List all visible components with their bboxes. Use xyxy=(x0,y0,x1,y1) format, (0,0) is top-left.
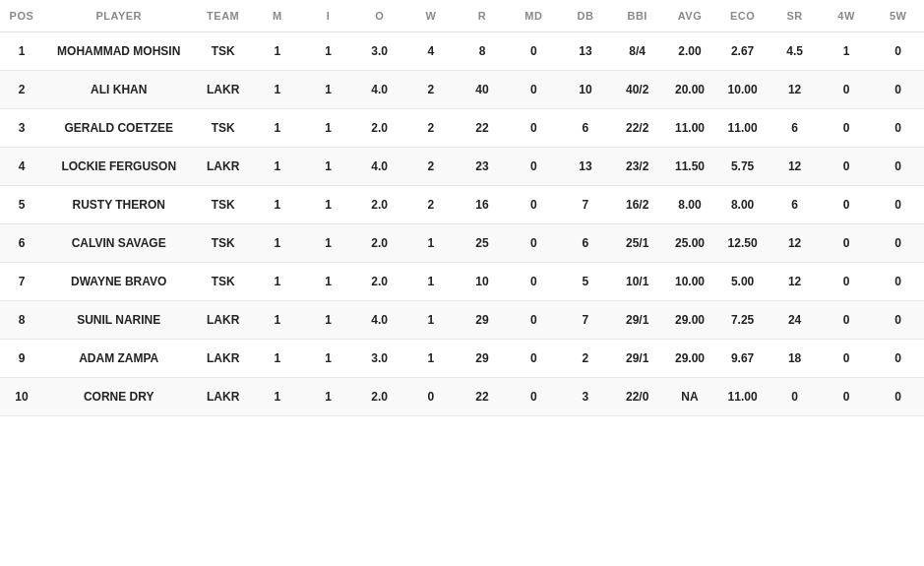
table-row: 7DWAYNE BRAVOTSK112.01100510/110.005.001… xyxy=(0,263,924,301)
table-cell: 0 xyxy=(872,263,924,301)
table-cell: 0 xyxy=(508,32,560,71)
header-r: R xyxy=(457,0,508,32)
table-cell: LAKR xyxy=(194,301,251,340)
table-cell: 23/2 xyxy=(611,148,663,186)
table-cell: 8/4 xyxy=(611,32,663,71)
table-cell: 16/2 xyxy=(611,186,663,224)
table-cell: RUSTY THERON xyxy=(43,186,195,224)
table-row: 5RUSTY THERONTSK112.02160716/28.008.0060… xyxy=(0,186,924,224)
table-cell: 0 xyxy=(821,224,873,263)
table-row: 6CALVIN SAVAGETSK112.01250625/125.0012.5… xyxy=(0,224,924,263)
table-cell: 2.0 xyxy=(353,186,404,224)
table-cell: TSK xyxy=(194,32,251,71)
table-cell: 12 xyxy=(769,148,820,186)
table-cell: LOCKIE FERGUSON xyxy=(43,148,195,186)
table-cell: 20.00 xyxy=(663,71,716,109)
table-cell: 0 xyxy=(872,186,924,224)
table-cell: 1 xyxy=(252,186,303,224)
table-row: 3GERALD COETZEETSK112.02220622/211.0011.… xyxy=(0,109,924,148)
table-cell: 3.0 xyxy=(353,340,404,378)
table-cell: 0 xyxy=(821,378,873,416)
table-cell: 0 xyxy=(821,186,873,224)
table-cell: 7 xyxy=(560,301,611,340)
table-cell: CORNE DRY xyxy=(43,378,195,416)
table-cell: 2 xyxy=(405,71,457,109)
bowling-stats-table: POS PLAYER TEAM M I O W R MD DB BBI AVG … xyxy=(0,0,924,416)
table-cell: 6 xyxy=(769,109,820,148)
table-cell: 0 xyxy=(872,71,924,109)
table-cell: 1 xyxy=(303,340,354,378)
table-cell: 0 xyxy=(405,378,457,416)
table-cell: 5 xyxy=(560,263,611,301)
table-cell: CALVIN SAVAGE xyxy=(43,224,195,263)
table-cell: 0 xyxy=(872,148,924,186)
table-cell: 6 xyxy=(0,224,43,263)
table-cell: 0 xyxy=(508,340,560,378)
table-cell: 12 xyxy=(769,224,820,263)
table-row: 9ADAM ZAMPALAKR113.01290229/129.009.6718… xyxy=(0,340,924,378)
table-cell: 1 xyxy=(252,301,303,340)
table-cell: 2 xyxy=(560,340,611,378)
table-cell: 1 xyxy=(303,32,354,71)
table-cell: 0 xyxy=(872,109,924,148)
header-w: W xyxy=(405,0,457,32)
table-cell: 11.50 xyxy=(663,148,716,186)
table-cell: 0 xyxy=(508,71,560,109)
table-cell: 22/2 xyxy=(611,109,663,148)
header-db: DB xyxy=(560,0,611,32)
table-cell: 2 xyxy=(405,186,457,224)
table-cell: 29/1 xyxy=(611,301,663,340)
table-cell: 1 xyxy=(303,378,354,416)
table-cell: 6 xyxy=(560,224,611,263)
table-cell: 1 xyxy=(252,71,303,109)
table-cell: 0 xyxy=(872,340,924,378)
table-cell: 22 xyxy=(457,109,508,148)
table-cell: TSK xyxy=(194,186,251,224)
table-cell: 2.0 xyxy=(353,378,404,416)
table-cell: 1 xyxy=(303,263,354,301)
header-4w: 4W xyxy=(821,0,873,32)
table-cell: 10.00 xyxy=(663,263,716,301)
table-cell: LAKR xyxy=(194,71,251,109)
table-cell: 25.00 xyxy=(663,224,716,263)
table-cell: 7 xyxy=(560,186,611,224)
table-cell: 0 xyxy=(872,378,924,416)
table-cell: 10 xyxy=(0,378,43,416)
table-cell: MOHAMMAD MOHSIN xyxy=(43,32,195,71)
table-cell: 1 xyxy=(252,32,303,71)
header-o: O xyxy=(353,0,404,32)
header-pos: POS xyxy=(0,0,43,32)
table-cell: 0 xyxy=(769,378,820,416)
table-cell: 0 xyxy=(508,109,560,148)
table-cell: 2 xyxy=(0,71,43,109)
table-cell: TSK xyxy=(194,224,251,263)
header-sr: SR xyxy=(769,0,820,32)
table-cell: 4.5 xyxy=(769,32,820,71)
table-cell: SUNIL NARINE xyxy=(43,301,195,340)
table-cell: 10/1 xyxy=(611,263,663,301)
table-cell: 9.67 xyxy=(716,340,770,378)
table-cell: 2 xyxy=(405,109,457,148)
table-cell: 1 xyxy=(303,148,354,186)
table-cell: 1 xyxy=(405,340,457,378)
table-cell: 12.50 xyxy=(716,224,770,263)
table-cell: 2 xyxy=(405,148,457,186)
table-cell: ALI KHAN xyxy=(43,71,195,109)
header-avg: AVG xyxy=(663,0,716,32)
header-player: PLAYER xyxy=(43,0,195,32)
table-cell: 11.00 xyxy=(716,378,770,416)
table-cell: 29 xyxy=(457,340,508,378)
table-cell: 0 xyxy=(508,186,560,224)
table-cell: TSK xyxy=(194,263,251,301)
table-cell: 1 xyxy=(252,148,303,186)
table-cell: 25 xyxy=(457,224,508,263)
table-cell: 4.0 xyxy=(353,301,404,340)
table-cell: 1 xyxy=(303,224,354,263)
table-cell: TSK xyxy=(194,109,251,148)
table-cell: 1 xyxy=(405,263,457,301)
table-cell: 11.00 xyxy=(716,109,770,148)
table-cell: 0 xyxy=(508,378,560,416)
table-cell: 22 xyxy=(457,378,508,416)
table-cell: 8 xyxy=(0,301,43,340)
table-cell: 1 xyxy=(252,263,303,301)
